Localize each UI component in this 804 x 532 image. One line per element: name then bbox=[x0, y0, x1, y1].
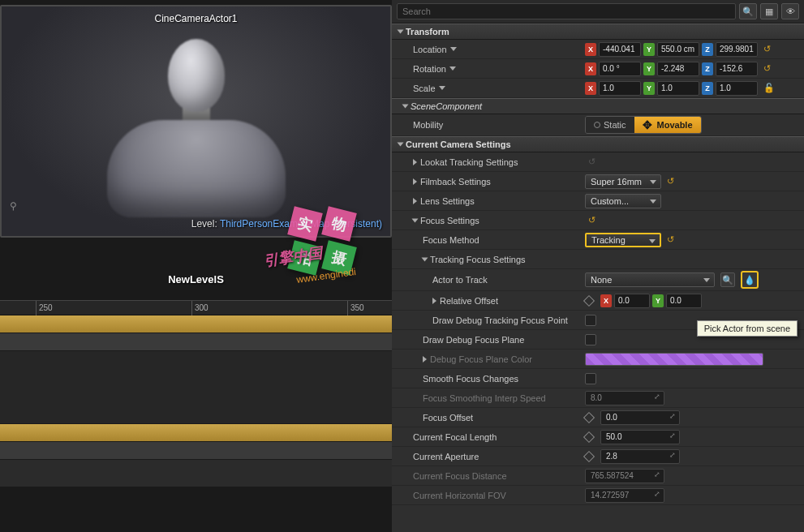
timeline-track[interactable] bbox=[0, 442, 392, 460]
axis-x-icon: X bbox=[585, 62, 596, 75]
reset-icon[interactable]: ↺ bbox=[667, 234, 677, 245]
move-icon bbox=[643, 119, 654, 131]
axis-z-icon: Z bbox=[702, 82, 713, 95]
mannequin-preview bbox=[83, 39, 310, 234]
filmback-dropdown[interactable]: Super 16mm bbox=[585, 174, 661, 189]
timeline-ruler[interactable]: 250 300 350 bbox=[0, 301, 392, 315]
visibility-icon[interactable]: 👁 bbox=[781, 3, 799, 19]
section-camera-settings[interactable]: Current Camera Settings bbox=[392, 136, 804, 152]
viewport-title: CineCameraActor1 bbox=[154, 13, 237, 24]
reset-icon[interactable]: ↺ bbox=[667, 176, 677, 187]
focus-settings-label[interactable]: Focus Settings bbox=[398, 216, 585, 225]
actor-to-track-dropdown[interactable]: None bbox=[585, 272, 715, 287]
section-transform[interactable]: Transform bbox=[392, 24, 804, 40]
focus-distance-input[interactable]: 765.587524 bbox=[585, 469, 664, 483]
timeline-track[interactable] bbox=[0, 424, 392, 442]
sequencer-timeline[interactable]: 250 300 350 bbox=[0, 300, 392, 487]
lens-dropdown[interactable]: Custom... bbox=[585, 194, 661, 208]
focus-offset-label: Focus Offset bbox=[398, 413, 585, 423]
rotation-y-input[interactable] bbox=[657, 62, 699, 76]
tracking-focus-label[interactable]: Tracking Focus Settings bbox=[398, 255, 585, 264]
plane-color-label[interactable]: Debug Focus Plane Color bbox=[398, 354, 585, 364]
axis-x-icon: X bbox=[600, 294, 612, 307]
focal-length-input[interactable]: 50.0 bbox=[600, 430, 680, 444]
focus-offset-input[interactable]: 0.0 bbox=[600, 410, 680, 425]
axis-y-icon: Y bbox=[643, 62, 655, 75]
grid-view-icon[interactable]: ▦ bbox=[760, 3, 778, 19]
aperture-input[interactable]: 2.8 bbox=[600, 449, 680, 464]
axis-x-icon: X bbox=[585, 82, 596, 95]
rotation-label: Rotation bbox=[398, 64, 585, 74]
focal-length-label: Current Focal Length bbox=[398, 432, 585, 442]
offset-x-input[interactable] bbox=[614, 294, 650, 308]
pick-actor-tooltip: Pick Actor from scene bbox=[697, 320, 798, 337]
ruler-tick: 250 bbox=[36, 301, 53, 315]
draw-tracking-checkbox[interactable] bbox=[585, 315, 596, 326]
focus-method-label: Focus Method bbox=[398, 235, 585, 245]
focus-distance-label: Current Focus Distance bbox=[398, 471, 585, 481]
ruler-tick: 300 bbox=[191, 301, 209, 315]
mobility-static[interactable]: Static bbox=[586, 117, 634, 133]
aperture-label: Current Aperture bbox=[398, 452, 585, 461]
axis-y-icon: Y bbox=[652, 294, 664, 307]
offset-y-input[interactable] bbox=[666, 294, 702, 308]
browse-icon[interactable]: 🔍 bbox=[720, 272, 735, 287]
scale-y-input[interactable] bbox=[657, 81, 699, 96]
search-icon[interactable]: 🔍 bbox=[739, 3, 757, 19]
location-x-input[interactable] bbox=[599, 42, 641, 57]
location-y-input[interactable] bbox=[657, 42, 699, 57]
timeline-track[interactable] bbox=[0, 351, 392, 424]
keyframe-icon[interactable] bbox=[583, 450, 595, 461]
mobility-label: Mobility bbox=[398, 120, 585, 130]
actor-to-track-label: Actor to Track bbox=[398, 275, 585, 285]
focus-method-dropdown[interactable]: Tracking bbox=[585, 233, 661, 247]
axis-x-icon: X bbox=[585, 43, 596, 56]
draw-tracking-label: Draw Debug Tracking Focus Point bbox=[398, 315, 585, 325]
smooth-checkbox[interactable] bbox=[585, 373, 596, 384]
eyedropper-button[interactable]: 💧 bbox=[741, 271, 759, 289]
sequencer-title: NewLevelS bbox=[0, 273, 392, 285]
axis-y-icon: Y bbox=[643, 43, 655, 56]
search-input[interactable] bbox=[397, 3, 736, 19]
rotation-z-input[interactable] bbox=[716, 62, 758, 76]
details-panel: 🔍 ▦ 👁 Transform Location X Y Z ↺ Rotatio… bbox=[392, 0, 804, 532]
scale-label: Scale bbox=[398, 84, 585, 93]
section-scene-component[interactable]: SceneComponent bbox=[392, 98, 804, 114]
interp-input[interactable]: 8.0 bbox=[585, 391, 664, 405]
keyframe-icon[interactable] bbox=[583, 431, 595, 442]
timeline-track[interactable] bbox=[0, 315, 392, 333]
draw-plane-label: Draw Debug Focus Plane bbox=[398, 335, 585, 345]
filmback-label[interactable]: Filmback Settings bbox=[398, 177, 585, 187]
axis-z-icon: Z bbox=[702, 62, 713, 75]
lookat-label[interactable]: Lookat Tracking Settings bbox=[398, 157, 585, 167]
timeline-track[interactable] bbox=[0, 333, 392, 351]
mobility-movable[interactable]: Movable bbox=[634, 117, 701, 133]
reset-icon[interactable]: ↺ bbox=[588, 215, 598, 225]
axis-y-icon: Y bbox=[643, 82, 655, 95]
ruler-tick: 350 bbox=[347, 301, 364, 315]
lens-label[interactable]: Lens Settings bbox=[398, 196, 585, 206]
fov-label: Current Horizontal FOV bbox=[398, 491, 585, 500]
rotation-x-input[interactable] bbox=[599, 62, 641, 76]
viewport-level-label: Level: ThirdPersonExampleMap (Persistent… bbox=[191, 218, 382, 230]
smooth-label: Smooth Focus Changes bbox=[398, 374, 585, 384]
fov-input[interactable]: 14.272597 bbox=[585, 488, 664, 503]
keyframe-icon[interactable] bbox=[583, 294, 595, 306]
plane-color-swatch[interactable] bbox=[585, 353, 763, 366]
interp-label: Focus Smoothing Interp Speed bbox=[398, 393, 585, 403]
pin-icon[interactable]: ⚲ bbox=[10, 200, 17, 212]
reset-icon[interactable]: ↺ bbox=[588, 157, 598, 167]
relative-offset-label[interactable]: Relative Offset bbox=[398, 296, 585, 306]
mobility-toggle[interactable]: Static Movable bbox=[585, 116, 702, 134]
reset-icon[interactable]: ↺ bbox=[763, 44, 773, 54]
scale-z-input[interactable] bbox=[716, 81, 758, 96]
camera-viewport[interactable]: CineCameraActor1 ⚲ Level: ThirdPersonExa… bbox=[0, 5, 392, 238]
draw-plane-checkbox[interactable] bbox=[585, 334, 596, 345]
lock-icon[interactable]: 🔓 bbox=[763, 83, 775, 93]
scale-x-input[interactable] bbox=[599, 81, 641, 96]
keyframe-icon[interactable] bbox=[583, 411, 595, 423]
reset-icon[interactable]: ↺ bbox=[763, 63, 773, 74]
location-z-input[interactable] bbox=[716, 42, 758, 57]
axis-z-icon: Z bbox=[702, 43, 713, 56]
location-label: Location bbox=[398, 45, 585, 54]
